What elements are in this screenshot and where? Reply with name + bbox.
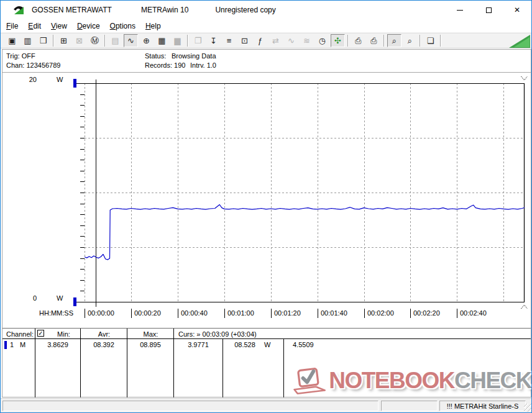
wave-single-icon: ∿ [284, 34, 298, 47]
row-min-value: 3.8629 [35, 341, 80, 348]
x-tick-label: 00:02:40 [460, 309, 487, 317]
channel-visible-checkbox[interactable]: ✓ [37, 330, 44, 337]
row-cursor-a-value: 3.9771 [174, 341, 222, 348]
app-logo-icon [14, 5, 24, 15]
close-button[interactable]: ✕ [503, 1, 531, 19]
menu-device[interactable]: Device [73, 20, 104, 32]
toolbar-corner-triangle-icon [509, 35, 530, 48]
records-count: Records: 190 [145, 61, 185, 69]
row-avr-value: 08.392 [81, 341, 127, 348]
minimize-button[interactable] [446, 1, 474, 19]
row-channel-mode: M [20, 341, 25, 348]
watermark-text-secondary: CHECK [454, 368, 531, 393]
toolbar-separator [440, 35, 441, 47]
zoom-select-icon[interactable]: ⌕ [403, 34, 417, 47]
x-tick-label: 00:01:40 [321, 309, 347, 317]
save-data-icon[interactable]: ▣ [5, 34, 19, 47]
zoom-wave-icon[interactable]: ⌕ [387, 34, 401, 47]
title-app-name: GOSSEN METRAWATT [32, 6, 112, 14]
open-file-icon[interactable]: ❒ [36, 34, 50, 47]
title-bar: GOSSEN METRAWATT METRAwin 10 Unregistere… [1, 1, 531, 19]
row-channel-number: 1 [10, 341, 14, 348]
x-tick-label: 00:00:40 [181, 309, 208, 317]
minimize-icon [457, 10, 463, 11]
crosshair-display-icon[interactable]: ⊕ [139, 34, 154, 47]
x-tick-label: 00:00:00 [88, 309, 114, 317]
toolbar-separator [187, 35, 188, 47]
channel-setup-icon[interactable]: ≡ [222, 34, 236, 47]
menu-bar: File Edit View Device Options Help [1, 19, 531, 33]
numeric-display-icon: ▤ [108, 34, 122, 47]
wave-multi-icon: ≋ [300, 34, 314, 47]
x-tick-label: 00:02:20 [413, 309, 440, 317]
y-axis-max-label: 20 [19, 76, 37, 83]
col-header-channel: Channel: [6, 330, 34, 338]
app-window: GOSSEN METRAWATT METRAwin 10 Unregistere… [0, 0, 532, 413]
title-product-name: METRAwin 10 [141, 6, 188, 14]
row-cursor-delta-value: 4.5509 [293, 341, 314, 348]
menu-file[interactable]: File [2, 20, 22, 32]
row-cursor-b-unit: W [264, 341, 270, 348]
info-panel: Trig: OFF Chan: 123456789 Status: Browsi… [2, 50, 531, 73]
notebookcheck-laptop-icon [293, 360, 329, 401]
col-header-max: Max: [127, 330, 174, 338]
transfer-icon: ⇄ [268, 34, 283, 47]
channel-list: Chan: 123456789 [6, 61, 60, 69]
maximize-icon [486, 7, 492, 13]
status-value: Browsing Data [172, 52, 216, 60]
row-cursor-b-value: 08.528 [223, 341, 267, 348]
menu-options[interactable]: Options [106, 20, 140, 32]
print-chart-icon[interactable]: ⎙ [367, 34, 381, 47]
status-label: Status: [145, 52, 166, 60]
title-license-text: Unregistered copy [215, 6, 275, 14]
save-as-icon[interactable]: ▥ [21, 34, 35, 47]
maximize-button[interactable] [474, 1, 503, 19]
toolbar-separator [53, 35, 54, 47]
menu-edit[interactable]: Edit [24, 20, 45, 32]
device-memory-icon[interactable]: Ⓜ [88, 34, 102, 47]
col-header-min: Min: [47, 330, 80, 338]
interval-value: Intrv. 1.0 [190, 61, 216, 69]
y-axis-min-unit: W [57, 294, 63, 302]
copy-window-icon: ❐ [191, 34, 205, 47]
toolbar-separator [383, 35, 385, 47]
print-data-icon[interactable]: ⎙ [351, 34, 365, 47]
annotation-icon[interactable]: ❏ [423, 34, 438, 47]
status-panel-device: !!! METRAHit Starline-S [439, 401, 526, 411]
y-axis-max-unit: W [57, 76, 63, 83]
col-header-avr: Avr: [81, 330, 127, 338]
x-tick-label: 00:01:00 [227, 309, 254, 317]
device-download-icon[interactable]: ⊞ [57, 34, 71, 47]
table-display-icon[interactable]: ▦ [155, 34, 169, 47]
toolbar-separator [347, 35, 349, 47]
waveform-display-icon[interactable]: ∿ [124, 34, 138, 47]
status-panel-secondary [381, 401, 438, 411]
menu-help[interactable]: Help [141, 20, 165, 32]
y-axis-marker-bottom [73, 297, 76, 306]
x-axis-tick-labels: 00:00:0000:00:2000:00:4000:01:0000:01:20… [1, 309, 532, 319]
toolbar-separator [104, 35, 106, 47]
live-view-icon[interactable]: ✣ [331, 34, 345, 47]
trigger-status: Trig: OFF [6, 52, 35, 60]
y-axis-min-label: 0 [19, 294, 37, 302]
resize-grip[interactable] [524, 404, 532, 412]
x-tick-label: 00:02:00 [367, 309, 394, 317]
toolbar: ▣▥❒⊞⊠Ⓜ▤∿⊕▦▆❐↧≡⊡ƒ⇄∿≋◷✣⎙⎙⌕⌕❏ [1, 33, 531, 48]
status-panel-main [2, 401, 378, 411]
row-max-value: 08.895 [127, 341, 173, 348]
watermark-text-primary: NOTEBOOK [329, 368, 454, 393]
y-axis-marker-top [73, 79, 76, 88]
device-name: !!! METRAHit Starline-S [447, 402, 519, 410]
toolbar-separator [420, 35, 421, 47]
export-data-icon[interactable]: ↧ [206, 34, 221, 47]
formula-icon[interactable]: ƒ [253, 34, 267, 47]
timer-icon[interactable]: ◷ [315, 34, 329, 47]
device-stop-icon: ⊠ [72, 34, 86, 47]
notebookcheck-watermark: NOTEBOOKCHECK [293, 360, 531, 402]
x-tick-label: 00:01:20 [274, 309, 301, 317]
close-icon: ✕ [514, 6, 520, 14]
col-header-cursor: Curs: » 00:03:09 (+03:04) [178, 330, 257, 338]
monitor-setup-icon[interactable]: ⊡ [237, 34, 252, 47]
x-tick-label: 00:00:20 [134, 309, 161, 317]
menu-view[interactable]: View [47, 20, 71, 32]
